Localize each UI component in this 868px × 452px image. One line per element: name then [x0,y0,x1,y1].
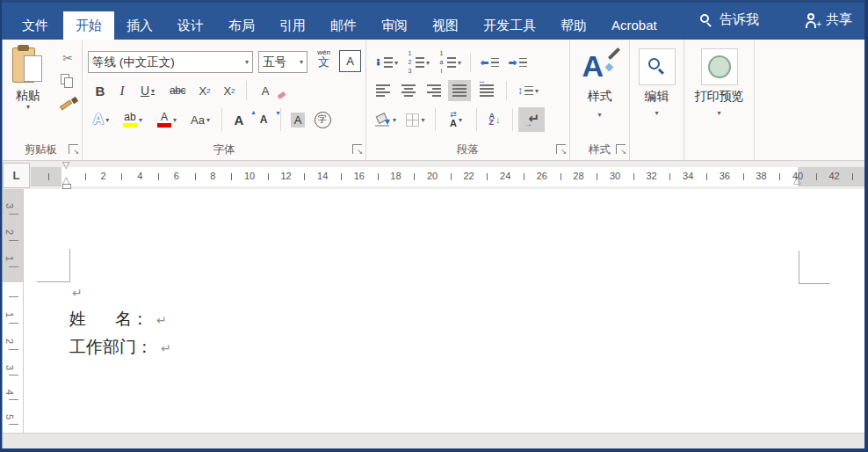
superscript-button[interactable]: X2 [218,84,241,98]
horizontal-ruler[interactable]: L 24681012141618202224262830323436384042… [0,161,868,189]
ruler-tick [633,173,634,180]
window-border-left-highlight [2,40,3,452]
ruler-tick [524,173,524,180]
tab-file[interactable]: 文件 [7,11,63,40]
tab-layout[interactable]: 布局 [216,11,267,40]
align-center-button[interactable] [397,84,420,97]
tab-stop-selector[interactable]: L [3,163,30,188]
search-icon [700,14,712,26]
tab-home[interactable]: 开始 [63,11,114,40]
tab-acrobat[interactable]: Acrobat [599,11,669,40]
bold-button[interactable]: B [90,84,111,98]
tab-references[interactable]: 引用 [267,11,318,40]
subscript-button[interactable]: X2 [193,84,216,98]
person-add-icon: + [805,13,821,27]
font-color-button[interactable]: A [151,112,183,128]
bullets-button[interactable]: ●●● [372,57,401,68]
vertical-ruler-tick [9,399,18,400]
cut-button[interactable]: ✂ [62,47,73,69]
ruler-number: 14 [317,171,328,181]
line1-paragraph-mark: ↵ [156,313,167,327]
print-preview-button[interactable]: 打印预览 ▾ [684,48,754,117]
clear-formatting-button[interactable]: A [252,84,278,98]
bottom-scroll-area[interactable] [0,433,868,448]
ruler-number: 12 [280,171,291,181]
paste-button[interactable]: 粘贴 ▾ [5,45,51,133]
tab-help[interactable]: 帮助 [548,11,599,40]
character-shading-button[interactable]: A [286,113,309,128]
vertical-ruler[interactable]: 32112345 [3,189,24,433]
tell-me-button[interactable]: 告诉我 [700,11,759,28]
copy-button[interactable] [61,74,75,88]
asian-layout-button[interactable]: ⇄A [441,111,471,128]
text-boundary-corner-right-h [799,283,830,284]
clipboard-dialog-launcher[interactable] [69,144,78,154]
character-border-button[interactable]: A [339,50,361,72]
highlight-color-button[interactable]: ab [116,112,149,128]
ruler-number: 32 [646,171,656,181]
editing-button[interactable]: 编辑 ▾ [630,48,684,117]
tab-insert[interactable]: 插入 [114,11,165,40]
format-painter-button[interactable] [58,96,77,113]
vertical-ruler-number: 1 [4,256,15,261]
vertical-ruler-tick [9,240,18,241]
align-right-button[interactable] [423,84,445,97]
text-boundary-corner-left-h [37,281,70,282]
hanging-indent-marker[interactable]: △ [62,175,69,184]
increase-indent-button[interactable]: ➡ [504,56,531,69]
line-spacing-icon: ↕ [517,84,533,97]
text-effects-button[interactable]: A [88,111,114,128]
styles-button[interactable]: A 样式 ▾ [570,47,629,119]
left-indent-marker[interactable] [62,184,71,189]
align-center-icon [401,84,416,97]
editing-iconbox [639,48,676,85]
distribute-button[interactable] [474,84,500,97]
align-left-button[interactable] [372,84,394,97]
line-spacing-button[interactable]: ↕ [513,84,543,97]
borders-button[interactable] [401,113,430,127]
tab-view[interactable]: 视图 [420,11,471,40]
show-hide-marks-button[interactable]: ↵→ [518,107,545,132]
italic-button[interactable]: I [112,84,132,98]
font-dialog-launcher[interactable] [352,144,362,154]
font-color-swatch [157,123,171,128]
font-name-combobox[interactable]: 等线 (中文正文) ▾ [88,51,253,73]
paragraph-dialog-launcher[interactable] [556,144,566,154]
print-preview-dropdown-arrow: ▾ [717,110,720,117]
ruler-number: 4 [137,171,142,181]
vertical-ruler-tick [9,349,18,350]
phonetic-guide-button[interactable]: wén 文 [312,49,336,73]
vertical-ruler-number: 1 [4,312,15,317]
scissors-icon: ✂ [62,51,73,65]
ruler-number: 16 [354,171,365,181]
numbering-icon: 123 [407,53,424,73]
grow-font-button[interactable]: A▲ [228,113,250,128]
shading-button[interactable] [372,113,400,127]
strikethrough-button[interactable]: abc [163,84,192,97]
word-window: 文件开始插入设计布局引用邮件审阅视图开发工具帮助Acrobat 告诉我 + 共享… [0,0,868,452]
tab-developer[interactable]: 开发工具 [471,11,548,40]
share-button[interactable]: + 共享 [805,11,868,28]
styles-dialog-launcher[interactable] [616,144,626,154]
asian-layout-icon: ⇄A [450,111,457,128]
tab-design[interactable]: 设计 [165,11,216,40]
numbering-button[interactable]: 123 [403,53,433,73]
change-case-button[interactable]: Aa [184,113,216,127]
sort-button[interactable]: AZ↓ [482,113,507,126]
tab-review[interactable]: 审阅 [369,11,420,40]
multilevel-list-button[interactable]: 1ai [435,53,465,73]
vertical-ruler-tick [9,375,18,375]
tab-mailings[interactable]: 邮件 [318,11,369,40]
underline-button[interactable]: U [134,84,162,98]
enclose-characters-button[interactable]: 字 [311,112,334,128]
right-indent-marker[interactable]: △ [793,175,800,184]
font-size-combobox[interactable]: 五号 ▾ [258,51,307,73]
distribute-icon [480,84,494,97]
decrease-indent-button[interactable]: ⬅ [476,56,503,69]
page-editing-surface[interactable]: ↵ 姓 名： ↵ 工作部门： ↵ [25,189,868,433]
ruler-tick [597,173,597,180]
justify-button[interactable] [448,80,471,101]
first-line-indent-marker[interactable]: ▽ [62,160,69,169]
shrink-font-button[interactable]: A▼ [252,113,275,126]
ruler-tick [85,173,86,180]
